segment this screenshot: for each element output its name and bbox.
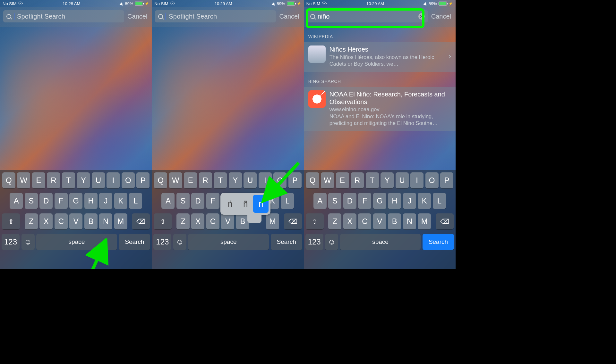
backspace-key[interactable]: ⌫ — [132, 213, 150, 229]
letter-key-p[interactable]: P — [440, 172, 453, 188]
letter-key-l[interactable]: L — [129, 193, 142, 209]
letter-key-a[interactable]: A — [161, 193, 175, 209]
carrier: No SIM — [3, 1, 16, 6]
letter-key-n[interactable]: N — [99, 213, 112, 229]
letter-key-s[interactable]: S — [25, 193, 38, 209]
cancel-button[interactable]: Cancel — [279, 13, 300, 20]
letter-key-g[interactable]: G — [69, 193, 82, 209]
letter-key-x[interactable]: X — [191, 213, 204, 229]
letter-key-f[interactable]: F — [206, 193, 219, 209]
letter-key-e[interactable]: E — [336, 172, 349, 188]
letter-key-s[interactable]: S — [176, 193, 190, 209]
letter-key-e[interactable]: E — [184, 172, 197, 188]
letter-key-i[interactable]: I — [410, 172, 424, 188]
letter-key-d[interactable]: D — [39, 193, 53, 209]
space-key[interactable]: space — [188, 234, 269, 250]
search-input[interactable]: Spotlight Search — [155, 10, 276, 22]
letter-key-i[interactable]: I — [107, 172, 120, 188]
letter-key-s[interactable]: S — [328, 193, 341, 209]
emoji-key[interactable]: ☺ — [173, 234, 186, 250]
letter-key-q[interactable]: Q — [154, 172, 167, 188]
letter-key-r[interactable]: R — [47, 172, 60, 188]
cancel-button[interactable]: Cancel — [127, 13, 149, 20]
search-icon — [6, 14, 11, 19]
letter-key-d[interactable]: D — [191, 193, 204, 209]
letter-key-u[interactable]: U — [244, 172, 257, 188]
backspace-key[interactable]: ⌫ — [436, 213, 454, 229]
letter-key-k[interactable]: K — [114, 193, 127, 209]
wikipedia-result[interactable]: Niños Héroes The Niños Héroes, also know… — [304, 42, 456, 72]
cancel-button[interactable]: Cancel — [431, 13, 452, 20]
letter-key-a[interactable]: A — [313, 193, 327, 209]
letter-key-v[interactable]: V — [69, 213, 82, 229]
letter-key-o[interactable]: O — [122, 172, 135, 188]
letter-key-t[interactable]: T — [366, 172, 379, 188]
letter-key-y[interactable]: Y — [381, 172, 394, 188]
search-key[interactable]: Search — [423, 234, 454, 250]
letter-key-h[interactable]: H — [84, 193, 98, 209]
letter-key-r[interactable]: R — [351, 172, 364, 188]
emoji-key[interactable]: ☺ — [21, 234, 35, 250]
bing-result[interactable]: NOAA El Niño: Research, Forecasts and Ob… — [304, 87, 456, 131]
letter-key-j[interactable]: J — [403, 193, 416, 209]
number-toggle-key[interactable]: 123 — [305, 234, 323, 250]
letter-key-x[interactable]: X — [39, 213, 53, 229]
letter-key-u[interactable]: U — [92, 172, 105, 188]
letter-key-w[interactable]: W — [169, 172, 182, 188]
letter-key-u[interactable]: U — [396, 172, 409, 188]
letter-key-x[interactable]: X — [343, 213, 356, 229]
letter-key-c[interactable]: C — [358, 213, 371, 229]
search-key[interactable]: Search — [271, 234, 302, 250]
battery-icon — [439, 2, 447, 5]
letter-key-m[interactable]: M — [114, 213, 127, 229]
result-subtitle: The Niños Héroes, also known as the Hero… — [329, 54, 445, 67]
letter-key-n[interactable]: N — [403, 213, 416, 229]
letter-key-w[interactable]: W — [17, 172, 30, 188]
letter-key-y[interactable]: Y — [77, 172, 90, 188]
letter-key-q[interactable]: Q — [306, 172, 319, 188]
letter-key-p[interactable]: P — [136, 172, 150, 188]
letter-key-c[interactable]: C — [55, 213, 68, 229]
letter-key-b[interactable]: B — [388, 213, 401, 229]
letter-key-a[interactable]: A — [10, 193, 23, 209]
accent-option-ñ[interactable]: ñ — [238, 195, 253, 213]
letter-key-l[interactable]: L — [433, 193, 446, 209]
letter-key-v[interactable]: V — [373, 213, 386, 229]
number-toggle-key[interactable]: 123 — [153, 234, 171, 250]
shift-key[interactable]: ⇧ — [154, 213, 172, 229]
letter-key-h[interactable]: H — [388, 193, 401, 209]
letter-key-d[interactable]: D — [343, 193, 356, 209]
emoji-key[interactable]: ☺ — [325, 234, 338, 250]
letter-key-b[interactable]: B — [84, 213, 98, 229]
letter-key-w[interactable]: W — [321, 172, 334, 188]
letter-key-f[interactable]: F — [358, 193, 371, 209]
letter-key-z[interactable]: Z — [328, 213, 341, 229]
search-key[interactable]: Search — [119, 234, 150, 250]
letter-key-m[interactable]: M — [266, 213, 279, 229]
accent-option-ń[interactable]: ń — [222, 195, 238, 213]
charging-icon: ⚡ — [297, 2, 301, 6]
shift-key[interactable]: ⇧ — [306, 213, 324, 229]
letter-key-e[interactable]: E — [32, 172, 45, 188]
letter-key-z[interactable]: Z — [25, 213, 38, 229]
clock: 10:29 AM — [215, 1, 232, 6]
letter-key-o[interactable]: O — [425, 172, 439, 188]
letter-key-t[interactable]: T — [62, 172, 75, 188]
search-input[interactable]: Spotlight Search — [3, 10, 124, 22]
letter-key-j[interactable]: J — [99, 193, 112, 209]
letter-key-q[interactable]: Q — [2, 172, 15, 188]
letter-key-r[interactable]: R — [199, 172, 212, 188]
letter-key-z[interactable]: Z — [176, 213, 190, 229]
letter-key-y[interactable]: Y — [229, 172, 242, 188]
space-key[interactable]: space — [340, 234, 421, 250]
letter-key-g[interactable]: G — [373, 193, 386, 209]
shift-key[interactable]: ⇧ — [2, 213, 20, 229]
letter-key-k[interactable]: K — [418, 193, 431, 209]
letter-key-f[interactable]: F — [55, 193, 68, 209]
letter-key-t[interactable]: T — [214, 172, 227, 188]
letter-key-v[interactable]: V — [221, 213, 234, 229]
number-toggle-key[interactable]: 123 — [2, 234, 20, 250]
letter-key-c[interactable]: C — [206, 213, 219, 229]
letter-key-m[interactable]: M — [418, 213, 431, 229]
backspace-key[interactable]: ⌫ — [284, 213, 302, 229]
